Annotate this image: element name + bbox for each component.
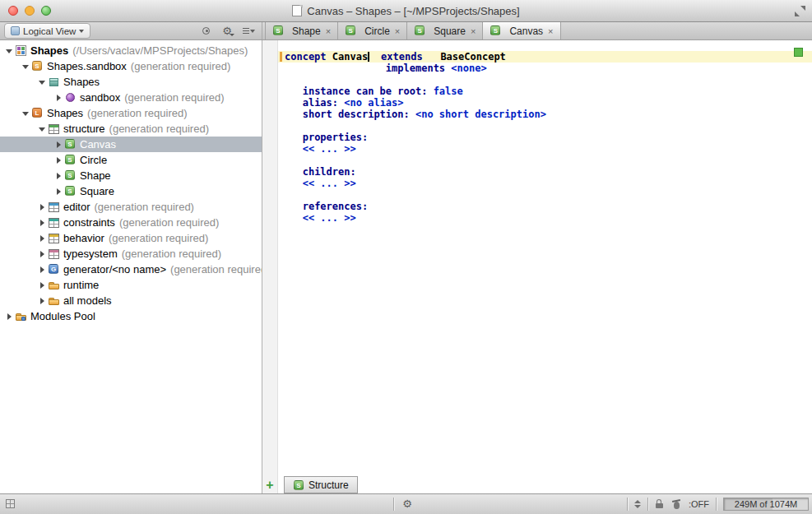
memory-indicator[interactable]: 249M of 1074M: [723, 498, 809, 511]
lock-icon[interactable]: [655, 498, 665, 510]
tree-item-shapes[interactable]: LShapes(generation required): [0, 105, 262, 121]
editor-line[interactable]: short description: <no short description…: [278, 109, 812, 120]
chevron-right-icon[interactable]: [53, 95, 64, 101]
chevron-down-icon[interactable]: [36, 127, 48, 132]
editor-lines: concept Canvas extends BaseConcept imple…: [278, 40, 812, 475]
tree-item-suffix: (generation required): [95, 201, 194, 213]
tree-item-shapes[interactable]: Shapes: [0, 74, 262, 90]
editor-line[interactable]: properties:: [278, 132, 812, 143]
close-icon[interactable]: ×: [395, 26, 400, 36]
zoom-window-button[interactable]: [41, 6, 51, 16]
tree-item-label: Circle: [80, 154, 107, 166]
editor-line[interactable]: << ... >>: [278, 143, 812, 155]
chevron-right-icon[interactable]: [53, 188, 64, 195]
toolbar-row: Logical View ⚙ SShape×SCircle×SSquare×SC…: [0, 22, 812, 40]
tab-label: Square: [434, 25, 466, 37]
scroll-to-source-icon[interactable]: [200, 25, 213, 38]
settings-gear-icon[interactable]: ⚙: [220, 25, 234, 38]
tree-item-shapes[interactable]: Shapes(/Users/vaclav/MPSProjects/Shapes): [0, 43, 262, 58]
close-icon[interactable]: ×: [548, 26, 553, 36]
tree-item-runtime[interactable]: runtime: [0, 277, 262, 293]
tree-item-editor[interactable]: editor(generation required): [0, 199, 262, 215]
updown-arrows-icon[interactable]: [634, 500, 641, 508]
tree-item-label: Canvas: [80, 138, 116, 150]
tree-item-square[interactable]: SSquare: [0, 183, 262, 199]
tree-item-label: all models: [63, 294, 112, 307]
concept-icon: S: [345, 25, 358, 38]
status-separator: [393, 498, 394, 511]
behavior-icon: [48, 232, 61, 245]
inspections-hector-icon[interactable]: [671, 498, 682, 511]
editor-line[interactable]: << ... >>: [278, 178, 812, 189]
chevron-right-icon[interactable]: [3, 313, 15, 320]
fullscreen-resize-icon[interactable]: [795, 6, 805, 16]
concept-icon: S: [414, 25, 427, 38]
view-selector-label: Logical View: [23, 26, 76, 36]
concept-icon: S: [64, 185, 77, 198]
tree-item-structure[interactable]: structure(generation required): [0, 121, 262, 137]
chevron-right-icon[interactable]: [36, 220, 48, 226]
editor-line[interactable]: [278, 120, 812, 132]
tree-item-behavior[interactable]: behavior(generation required): [0, 230, 262, 246]
view-selector-dropdown[interactable]: Logical View: [4, 23, 90, 39]
chevron-right-icon[interactable]: [36, 204, 48, 211]
chevron-right-icon[interactable]: [36, 235, 48, 242]
editor-line[interactable]: [278, 189, 812, 201]
chevron-right-icon[interactable]: [36, 282, 48, 289]
concept-icon: S: [64, 169, 77, 183]
editor-line[interactable]: instance can be root: false: [278, 86, 812, 97]
editor-line[interactable]: concept Canvas extends BaseConcept: [278, 51, 812, 63]
tab-circle[interactable]: SCircle×: [338, 22, 407, 39]
close-icon[interactable]: ×: [326, 26, 331, 36]
tree-item-label: Shape: [80, 169, 111, 182]
minimize-window-button[interactable]: [25, 6, 35, 16]
chevron-right-icon[interactable]: [36, 266, 48, 273]
concept-icon: S: [64, 154, 77, 167]
tree-item-shape[interactable]: SShape: [0, 168, 262, 183]
chevron-down-icon[interactable]: [20, 111, 31, 116]
window-title: Canvas – Shapes – [~/MPSProjects/Shapes]: [307, 5, 519, 17]
tree-item-label: sandbox: [80, 91, 120, 104]
tab-shape[interactable]: SShape×: [265, 22, 338, 39]
editor-line[interactable]: implements <none>: [278, 63, 812, 74]
editor-line[interactable]: [278, 74, 812, 86]
tree-item-suffix: (generation required): [131, 60, 230, 72]
add-icon[interactable]: +: [262, 477, 277, 493]
project-toolbar-icons: ⚙: [200, 25, 254, 38]
editor-line[interactable]: references:: [278, 201, 812, 212]
editor-line[interactable]: alias: <no alias>: [278, 97, 812, 109]
close-window-button[interactable]: [8, 6, 18, 16]
tree-item-modules-pool[interactable]: Modules Pool: [0, 308, 262, 324]
chevron-right-icon[interactable]: [36, 298, 48, 304]
tree-item-label: Shapes: [63, 76, 100, 88]
chevron-right-icon[interactable]: [36, 251, 48, 257]
tree-item-shapes-sandbox[interactable]: SShapes.sandbox(generation required): [0, 58, 262, 74]
tree-item-generator-no-name-[interactable]: Ggenerator/<no name>(generation required…: [0, 262, 262, 277]
close-icon[interactable]: ×: [471, 26, 476, 36]
tree-item-label: generator/<no name>: [63, 263, 166, 276]
editor-line[interactable]: [278, 155, 812, 166]
project-pane-toolbar: Logical View ⚙: [0, 22, 262, 39]
editor-line[interactable]: children:: [278, 166, 812, 178]
tree-item-sandbox[interactable]: sandbox(generation required): [0, 90, 262, 105]
sort-icon[interactable]: [241, 25, 254, 38]
tab-structure[interactable]: S Structure: [284, 476, 358, 493]
tree-item-typesystem[interactable]: typesystem(generation required): [0, 246, 262, 262]
tree-item-canvas[interactable]: SCanvas: [0, 137, 262, 152]
chevron-down-icon[interactable]: [36, 80, 48, 85]
chevron-down-icon[interactable]: [3, 49, 15, 53]
chevron-right-icon[interactable]: [53, 173, 64, 179]
chevron-right-icon[interactable]: [53, 141, 64, 148]
background-tasks-gear-icon[interactable]: ⚙: [401, 498, 414, 511]
tree-item-circle[interactable]: SCircle: [0, 152, 262, 168]
chevron-right-icon[interactable]: [53, 157, 64, 164]
editor-line[interactable]: << ... >>: [278, 212, 812, 224]
tab-square[interactable]: SSquare×: [407, 22, 483, 39]
language-icon: L: [31, 107, 44, 120]
document-icon: [292, 5, 302, 16]
tree-item-constraints[interactable]: constraints(generation required): [0, 215, 262, 230]
toolwindow-toggle-icon[interactable]: [5, 498, 16, 510]
chevron-down-icon[interactable]: [20, 64, 31, 69]
tree-item-all-models[interactable]: all models: [0, 293, 262, 308]
tab-canvas[interactable]: SCanvas×: [483, 22, 560, 39]
